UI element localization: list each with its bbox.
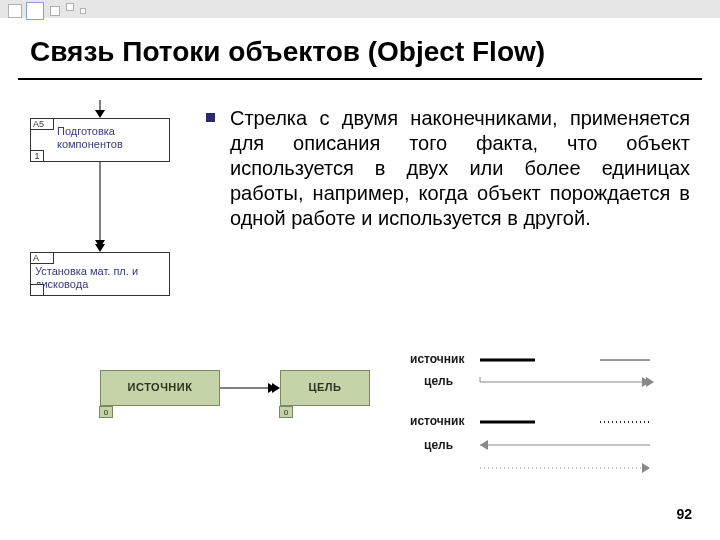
- legend-src-1: источник: [410, 352, 464, 366]
- decor-square: [26, 2, 44, 20]
- title-underline: [18, 78, 702, 80]
- svg-marker-4: [95, 244, 105, 252]
- decor-square: [50, 6, 60, 16]
- diagram-left: A5 Подготовка компонентов 1 A Установка …: [30, 100, 170, 320]
- slide-top-decoration: [0, 0, 720, 18]
- box2-id: A: [30, 252, 54, 264]
- box2-bl: [30, 284, 44, 296]
- svg-marker-20: [642, 463, 650, 473]
- svg-marker-8: [272, 383, 280, 393]
- legend-tgt-1: цель: [424, 374, 453, 388]
- decor-square: [66, 3, 74, 11]
- slide-title: Связь Потоки объектов (Object Flow): [30, 36, 690, 68]
- box1-bl: 1: [30, 150, 44, 162]
- legend-src-2: источник: [410, 414, 464, 428]
- page-number: 92: [676, 506, 692, 522]
- decor-square: [8, 4, 22, 18]
- legend-tgt-2: цель: [424, 438, 453, 452]
- body-paragraph: Стрелка с двумя наконечниками, применяет…: [230, 106, 690, 231]
- idef-box-2: A Установка мат. пл. и дисковода: [30, 252, 170, 296]
- diagram-bottom: ИСТОЧНИК 0 ЦЕЛЬ 0 источник цель источник…: [100, 350, 660, 490]
- idef-box-1: A5 Подготовка компонентов 1: [30, 118, 170, 162]
- svg-marker-13: [646, 377, 654, 387]
- svg-marker-1: [95, 110, 105, 118]
- box1-id: A5: [30, 118, 54, 130]
- svg-marker-18: [480, 440, 488, 450]
- bottom-arrows: [100, 350, 660, 490]
- decor-square: [80, 8, 86, 14]
- bullet-icon: [206, 113, 215, 122]
